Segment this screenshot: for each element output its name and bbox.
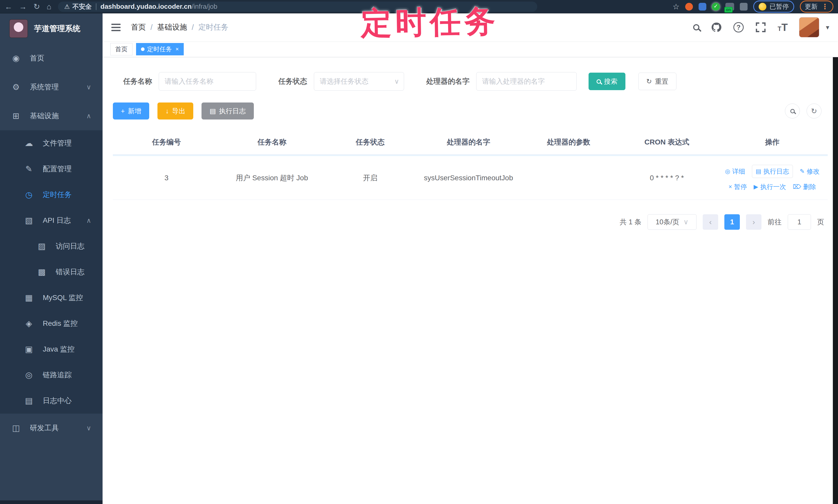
sidebar-item-label: 系统管理	[30, 82, 86, 92]
sidebar-item-file-manage[interactable]: ☁ 文件管理	[0, 130, 103, 156]
run-once-link[interactable]: ▶执行一次	[754, 183, 786, 191]
job-status-select[interactable]: 请选择任务状态 ∨	[314, 72, 404, 91]
sidebar-item-tracing[interactable]: ◎ 链路追踪	[0, 362, 103, 388]
sidebar-item-label: API 日志	[43, 216, 86, 226]
search-icon[interactable]	[693, 24, 699, 30]
security-chip[interactable]: ⚠ 不安全	[64, 2, 92, 11]
sidebar-item-label: 首页	[30, 53, 91, 63]
hamburger-icon[interactable]	[111, 27, 121, 28]
navbar-actions: ? TT ▾	[693, 17, 829, 37]
sidebar-item-java-monitor[interactable]: ▣ Java 监控	[0, 336, 103, 362]
tag-scheduled-jobs[interactable]: 定时任务 ×	[136, 43, 184, 55]
chevron-up-icon: ∧	[86, 217, 91, 224]
operations-line-2: ×暂停 ▶执行一次 ⌦删除	[729, 183, 816, 191]
font-size-big-label: T	[782, 22, 788, 33]
pagination: 共 1 条 10条/页 ∨ ‹ 1 › 前往 页	[113, 214, 828, 230]
browser-reload-icon[interactable]: ↻	[34, 3, 40, 11]
goto-label: 前往	[768, 217, 782, 227]
extensions-puzzle-icon[interactable]	[740, 3, 748, 11]
sidebar-item-system[interactable]: ⚙ 系统管理 ∨	[0, 73, 103, 102]
sidebar-item-label: Redis 监控	[43, 319, 91, 328]
update-label: 更新	[805, 2, 818, 11]
mysql-icon: ▦	[23, 293, 35, 303]
add-button[interactable]: + 新增	[113, 103, 149, 120]
sidebar-item-label: 访问日志	[56, 241, 91, 251]
font-size-icon[interactable]: TT	[778, 22, 788, 33]
table-row[interactable]: 3 用户 Session 超时 Job 开启 sysUserSessionTim…	[113, 156, 828, 200]
table-tools: ↻	[785, 104, 828, 119]
browser-back-icon[interactable]: ←	[5, 3, 12, 11]
paused-label: 已暂停	[769, 2, 789, 11]
reset-icon: ↻	[646, 77, 652, 86]
browser-update-button[interactable]: 更新 ⋮	[800, 1, 833, 13]
app-title: 芋道管理系统	[34, 23, 81, 34]
sidebar-item-home[interactable]: ◉ 首页	[0, 44, 103, 73]
reset-button[interactable]: ↻ 重置	[638, 73, 677, 90]
refresh-button[interactable]: ↻	[806, 104, 821, 119]
browser-forward-icon[interactable]: →	[19, 3, 27, 11]
next-page-button[interactable]: ›	[746, 214, 762, 230]
url-path: /infra/job	[192, 3, 217, 10]
breadcrumb-infra[interactable]: 基础设施	[157, 22, 187, 33]
address-bar[interactable]: ⚠ 不安全 dashboard.yudao.iocoder.cn/infra/j…	[58, 2, 537, 12]
search-button[interactable]: 搜索	[589, 73, 625, 90]
browser-menu-kebab-icon[interactable]: ⋮	[821, 2, 828, 11]
filter-form: 任务名称 任务状态 请选择任务状态 ∨ 处理器的名字 搜索	[113, 72, 828, 91]
toggle-search-button[interactable]	[785, 104, 800, 119]
sidebar-item-infra[interactable]: ⊞ 基础设施 ∧	[0, 102, 103, 130]
github-icon[interactable]	[711, 22, 722, 33]
refresh-icon: ↻	[811, 107, 817, 115]
job-name-label: 任务名称	[123, 76, 152, 86]
help-icon[interactable]: ?	[733, 22, 744, 33]
browser-home-icon[interactable]: ⌂	[47, 3, 51, 11]
extension-icon[interactable]	[712, 3, 720, 11]
export-button[interactable]: ↓ 导出	[157, 103, 193, 120]
sidebar-item-label: MySQL 监控	[43, 293, 91, 303]
pause-link[interactable]: ×暂停	[729, 183, 747, 191]
sidebar-item-config-manage[interactable]: ✎ 配置管理	[0, 156, 103, 182]
prev-page-button[interactable]: ‹	[703, 214, 718, 230]
url-text[interactable]: dashboard.yudao.iocoder.cn/infra/job	[101, 3, 217, 11]
sidebar-item-scheduled-jobs[interactable]: ◷ 定时任务	[0, 182, 103, 208]
sidebar-item-label: 研发工具	[30, 423, 86, 433]
close-icon[interactable]: ×	[175, 46, 179, 53]
detail-link[interactable]: ◎详细	[725, 167, 745, 176]
extension-icon[interactable]	[685, 3, 693, 11]
current-page-button[interactable]: 1	[724, 214, 740, 230]
job-log-link[interactable]: ▤执行日志	[752, 165, 793, 178]
fullscreen-icon[interactable]	[755, 22, 766, 33]
bookmark-star-icon[interactable]: ☆	[673, 2, 680, 11]
avatar-caret-icon[interactable]: ▾	[826, 23, 829, 32]
trash-icon: ⌦	[793, 183, 801, 190]
app-logo-row[interactable]: 芋道管理系统	[0, 13, 103, 44]
edit-icon: ✎	[800, 168, 804, 175]
delete-link[interactable]: ⌦删除	[793, 183, 816, 191]
security-label: 不安全	[72, 2, 92, 11]
job-name-input[interactable]	[159, 72, 256, 91]
extension-icon[interactable]	[699, 3, 706, 11]
sidebar-item-redis-monitor[interactable]: ◈ Redis 监控	[0, 311, 103, 336]
extension-on-badge-icon[interactable]: on	[726, 3, 734, 11]
page-size-select[interactable]: 10条/页 ∨	[648, 214, 697, 230]
sidebar-item-log-center[interactable]: ▤ 日志中心	[0, 388, 103, 414]
sidebar-item-label: 链路追踪	[43, 370, 91, 380]
cell-handler-name: sysUserSessionTimeoutJob	[417, 173, 520, 183]
breadcrumb-home[interactable]: 首页	[131, 22, 146, 33]
log-icon: ▧	[23, 216, 35, 226]
sidebar-item-mysql-monitor[interactable]: ▦ MySQL 监控	[0, 285, 103, 311]
sidebar-item-access-log[interactable]: ▨ 访问日志	[0, 233, 103, 259]
sidebar-item-api-log[interactable]: ▧ API 日志 ∧	[0, 208, 103, 233]
tag-home[interactable]: 首页	[110, 43, 133, 55]
edit-link[interactable]: ✎修改	[800, 167, 819, 176]
sidebar-item-dev-tools[interactable]: ◫ 研发工具 ∨	[0, 414, 103, 443]
column-header: 处理器的参数	[520, 137, 617, 147]
execution-log-button[interactable]: ▤ 执行日志	[202, 103, 254, 120]
page-scrollbar[interactable]	[833, 13, 838, 504]
handler-name-input[interactable]	[476, 72, 577, 91]
url-divider	[96, 3, 97, 10]
sidebar-item-error-log[interactable]: ▩ 错误日志	[0, 259, 103, 285]
user-avatar[interactable]	[799, 17, 819, 37]
paused-extension-pill[interactable]: 已暂停	[753, 1, 794, 13]
goto-page-input[interactable]	[788, 214, 811, 230]
pause-link-label: 暂停	[734, 183, 747, 191]
